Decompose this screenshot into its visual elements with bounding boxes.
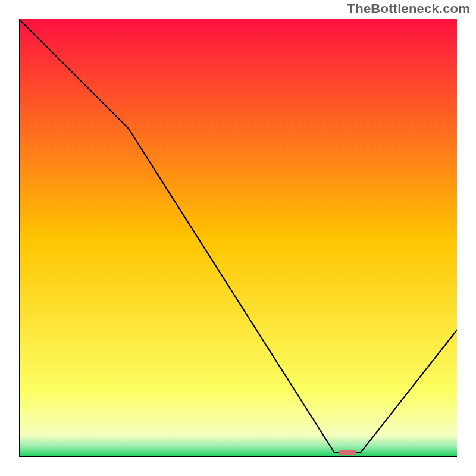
watermark-label: TheBottleneck.com: [347, 1, 470, 17]
sweet-spot-marker: [339, 450, 356, 455]
bottleneck-curve-chart: [19, 19, 457, 457]
chart-container: TheBottleneck.com: [0, 0, 476, 476]
